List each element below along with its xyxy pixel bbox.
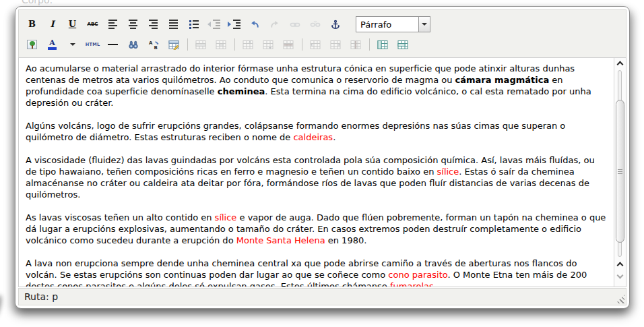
toolbar-separator	[369, 38, 370, 51]
table-cell-properties-button[interactable]	[213, 37, 228, 52]
insert-table-button[interactable]	[166, 37, 181, 52]
scrollbar-down-arrow-icon[interactable]	[618, 273, 622, 278]
text-color-button[interactable]: A	[44, 37, 60, 52]
text-link[interactable]: cono parasito	[388, 270, 447, 280]
editor-content-wrap: Ao acumularse o material arrastrado do i…	[18, 57, 626, 287]
format-select[interactable]: Párrafo	[356, 16, 430, 32]
delete-col-button[interactable]	[348, 37, 363, 52]
editor-frame: BIUABCPárrafo AHTMLAB Ao acumularse o ma…	[18, 9, 626, 305]
outdent-button[interactable]	[206, 17, 222, 32]
editor-content-area[interactable]: Ao acumularse o material arrastrado do i…	[19, 58, 614, 287]
align-left-button[interactable]	[105, 17, 121, 32]
editor-toolbar: BIUABCPárrafo AHTMLAB	[18, 9, 626, 57]
page-shadow	[0, 294, 3, 318]
text-color-menu-button[interactable]	[65, 37, 80, 52]
field-label: Corpo:	[22, 0, 53, 5]
split-cells-button[interactable]	[375, 37, 390, 52]
text-segment: cheminea	[218, 86, 265, 96]
paragraph: Algúns volcáns, logo de sufrir erupcións…	[26, 120, 607, 143]
editor-statusbar: Ruta: p	[18, 288, 626, 305]
align-justify-button[interactable]	[166, 17, 181, 32]
horizontal-rule-button[interactable]	[105, 37, 121, 52]
bullet-list-button[interactable]	[186, 17, 201, 32]
merge-cells-button[interactable]	[395, 37, 410, 52]
table-row-properties-button[interactable]	[193, 37, 208, 52]
text-link[interactable]: sílice	[215, 212, 237, 222]
toolbar-row-2: AHTMLAB	[24, 34, 620, 55]
format-select-value: Párrafo	[356, 20, 418, 30]
scrollbar-bottom-up-arrow-icon[interactable]	[618, 263, 622, 268]
delete-row-button[interactable]	[280, 37, 296, 52]
paragraph: A viscosidade (fluidez) das lavas guinda…	[26, 154, 607, 200]
toolbar-separator	[187, 38, 188, 51]
insert-image-button[interactable]	[24, 37, 40, 52]
indent-button[interactable]	[226, 17, 242, 32]
editor-scrollbar[interactable]	[614, 58, 626, 287]
text-link[interactable]: fumarolas	[390, 281, 434, 287]
html-source-button[interactable]: HTML	[85, 37, 100, 52]
underline-button[interactable]: U	[65, 17, 80, 32]
svg-text:B: B	[154, 44, 157, 49]
paragraph: Ao acumularse o material arrastrado do i…	[26, 63, 607, 109]
rich-text-editor: BIUABCPárrafo AHTMLAB Ao acumularse o ma…	[15, 6, 630, 309]
align-center-button[interactable]	[125, 17, 141, 32]
insert-row-before-button[interactable]	[240, 37, 255, 52]
toolbar-row-1: BIUABCPárrafo	[24, 14, 620, 34]
paragraph: As lavas viscosas teñen un alto contido …	[26, 212, 607, 246]
search-button[interactable]	[125, 37, 141, 52]
anchor-button[interactable]	[327, 17, 343, 32]
toolbar-separator	[234, 38, 235, 51]
text-link[interactable]: Monte Santa Helena	[236, 235, 325, 245]
strikethrough-button[interactable]: ABC	[85, 17, 100, 32]
svg-text:A: A	[148, 40, 152, 46]
scrollbar-thumb[interactable]	[616, 100, 624, 243]
toolbar-separator	[302, 38, 302, 51]
insert-col-before-button[interactable]	[307, 37, 323, 52]
paragraph: A lava non erupciona sempre dende unha c…	[26, 258, 607, 287]
unlink-button[interactable]	[307, 17, 323, 32]
text-segment: cámara magmática	[455, 75, 550, 85]
text-link[interactable]: caldeiras	[293, 132, 333, 142]
resize-grip-icon[interactable]	[616, 295, 624, 303]
insert-col-after-button[interactable]	[327, 37, 343, 52]
text-segment: .	[434, 281, 437, 287]
redo-button[interactable]	[267, 17, 282, 32]
search-replace-button[interactable]: AB	[146, 37, 161, 52]
format-select-arrow[interactable]	[418, 17, 430, 32]
scrollbar-up-arrow-icon[interactable]	[618, 62, 622, 67]
link-button[interactable]	[287, 17, 302, 32]
bold-button[interactable]: B	[24, 17, 40, 32]
insert-row-after-button[interactable]	[260, 37, 276, 52]
undo-button[interactable]	[247, 17, 262, 32]
element-path: Ruta: p	[19, 291, 58, 302]
scrollbar-grip-icon	[618, 169, 622, 174]
text-segment: As lavas viscosas teñen un alto contido …	[26, 212, 215, 222]
italic-button[interactable]: I	[44, 17, 60, 32]
text-segment: .	[333, 132, 335, 142]
text-link[interactable]: sílice	[437, 167, 459, 177]
align-right-button[interactable]	[146, 17, 161, 32]
text-segment: en 1980.	[325, 235, 367, 245]
